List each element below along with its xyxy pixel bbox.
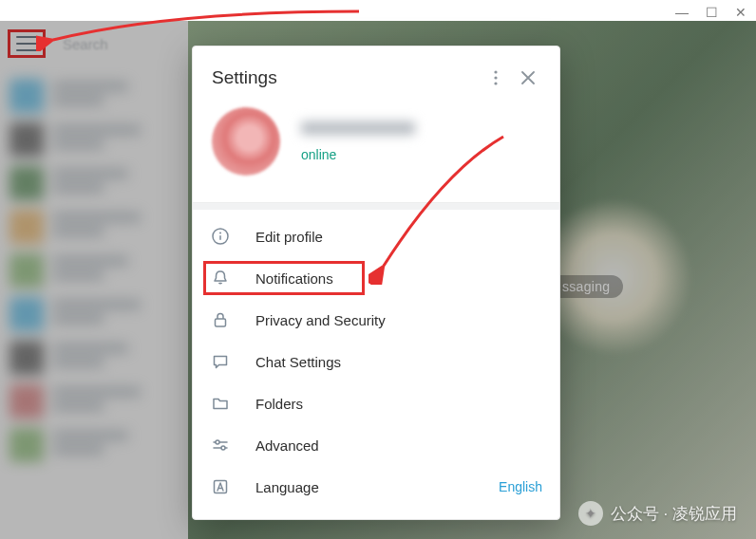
- menu-item-privacy[interactable]: Privacy and Security: [193, 299, 559, 341]
- minimize-button[interactable]: —: [675, 5, 689, 20]
- svg-point-0: [494, 70, 497, 73]
- menu-item-label: Folders: [255, 396, 542, 412]
- watermark: ✦ 公众号 · 凌锐应用: [578, 501, 737, 526]
- menu-item-value: English: [499, 479, 542, 494]
- menu-item-label: Chat Settings: [255, 354, 542, 370]
- info-icon: [210, 226, 231, 247]
- divider: [193, 202, 559, 210]
- close-settings-button[interactable]: [512, 62, 544, 94]
- menu-item-chat-settings[interactable]: Chat Settings: [193, 341, 559, 382]
- profile-section: online: [193, 103, 559, 202]
- watermark-text: 公众号 · 凌锐应用: [611, 503, 737, 525]
- folder-icon: [210, 393, 231, 414]
- menu-item-label: Language: [255, 479, 474, 495]
- menu-item-notifications[interactable]: Notifications: [193, 257, 559, 299]
- svg-rect-6: [216, 319, 226, 326]
- settings-modal: Settings online Edit profile Notificatio…: [192, 46, 560, 520]
- settings-title: Settings: [212, 67, 480, 88]
- menu-item-edit-profile[interactable]: Edit profile: [193, 215, 559, 257]
- settings-menu: Edit profile Notifications Privacy and S…: [193, 210, 559, 513]
- chat-icon: [210, 351, 231, 372]
- svg-rect-5: [219, 235, 221, 240]
- profile-status: online: [301, 147, 415, 162]
- menu-item-label: Edit profile: [255, 229, 542, 245]
- wechat-icon: ✦: [578, 501, 603, 526]
- lock-icon: [210, 309, 231, 330]
- close-window-button[interactable]: ✕: [735, 5, 747, 20]
- maximize-button[interactable]: ☐: [706, 5, 718, 20]
- menu-item-label: Privacy and Security: [255, 312, 542, 328]
- svg-point-7: [216, 440, 219, 444]
- menu-item-folders[interactable]: Folders: [193, 382, 559, 424]
- svg-point-1: [494, 76, 497, 79]
- language-icon: [210, 476, 231, 497]
- kebab-icon: [494, 70, 498, 85]
- more-options-button[interactable]: [480, 62, 512, 94]
- profile-name: [301, 121, 415, 139]
- bell-icon: [210, 268, 231, 288]
- close-icon: [521, 71, 535, 84]
- menu-item-advanced[interactable]: Advanced: [193, 424, 559, 466]
- avatar[interactable]: [212, 107, 280, 176]
- menu-item-language[interactable]: Language English: [193, 466, 559, 508]
- menu-item-label: Notifications: [255, 270, 542, 287]
- menu-item-label: Advanced: [255, 437, 542, 454]
- svg-point-2: [494, 82, 497, 84]
- svg-point-4: [219, 232, 221, 234]
- sliders-icon: [210, 435, 231, 455]
- svg-point-8: [221, 446, 225, 450]
